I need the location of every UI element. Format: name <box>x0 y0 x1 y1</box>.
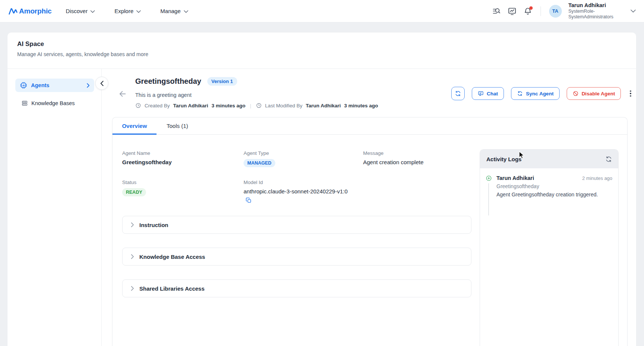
more-options-kebab-icon[interactable] <box>628 89 633 98</box>
avatar[interactable]: TA <box>549 5 562 18</box>
chevron-right-icon <box>87 83 90 88</box>
ai-space-card: AI Space Manage AI services, agents, kno… <box>7 33 636 346</box>
page-header: AI Space Manage AI services, agents, kno… <box>7 33 636 69</box>
user-role-line2: SystemAdministrators <box>569 14 614 20</box>
chat-icon <box>478 91 484 97</box>
field-message: Message Agent creation complete <box>363 150 473 167</box>
field-label: Agent Name <box>122 150 244 156</box>
agent-title: Greetingsoftheday <box>135 77 201 86</box>
accordion-knowledge-base-access[interactable]: Knowledge Base Access <box>122 248 471 266</box>
agent-meta: Created By Tarun Adhikari 3 minutes ago … <box>135 102 378 108</box>
chat-button[interactable]: Chat <box>472 87 504 100</box>
modified-by-label: Last Modified By <box>265 103 303 108</box>
nav-label: Explore <box>114 8 133 14</box>
disable-agent-button-label: Disable Agent <box>582 91 615 97</box>
created-by-label: Created By <box>145 103 170 108</box>
clock-icon <box>135 102 141 108</box>
activity-logs-header: Activity Logs <box>480 150 618 168</box>
timeline-line <box>488 183 489 215</box>
accordion-label: Instruction <box>139 222 168 228</box>
nav-item-explore[interactable]: Explore <box>114 8 141 14</box>
nav-item-discover[interactable]: Discover <box>66 8 95 14</box>
ai-chip-icon: AI <box>20 82 27 89</box>
field-model-id: Model Id anthropic.claude-3-sonnet-20240… <box>244 180 363 203</box>
accordion-shared-libraries-access[interactable]: Shared Libraries Access <box>122 279 471 297</box>
amorphic-logo-icon <box>8 6 18 16</box>
agent-detail-section: Greetingsoftheday Version 1 This is a gr… <box>102 69 636 346</box>
activity-log-entry: Tarun Adhikari 2 minutes ago Greetingsof… <box>485 175 612 215</box>
agent-actions: Chat Sync Agent <box>451 87 633 100</box>
sidebar: AI Agents Knowle <box>7 69 102 346</box>
notification-dot <box>529 6 533 10</box>
plus-circle-icon <box>486 175 492 181</box>
back-arrow-icon[interactable] <box>118 89 127 98</box>
modified-by-name: Tarun Adhikari <box>306 103 341 108</box>
chat-button-label: Chat <box>487 91 498 97</box>
page-title: AI Space <box>17 40 626 48</box>
user-menu[interactable]: Tarun Adhikari SystemRole- SystemAdminis… <box>569 2 614 20</box>
page-subtitle: Manage AI services, agents, knowledge ba… <box>17 51 626 57</box>
field-label: Model Id <box>244 180 363 185</box>
meta-separator: | <box>249 103 253 108</box>
field-value: anthropic.claude-3-sonnet-20240229-v1:0 <box>244 188 363 195</box>
timeline-rail <box>485 175 492 215</box>
field-label: Message <box>363 150 473 156</box>
tab-overview[interactable]: Overview <box>112 117 157 134</box>
accordion-label: Shared Libraries Access <box>139 285 205 292</box>
topbar-divider <box>541 6 541 16</box>
field-value: Agent creation complete <box>363 159 473 165</box>
history-clock-icon <box>256 102 262 108</box>
notifications-bell-icon[interactable] <box>523 7 532 16</box>
accordion-list: Instruction Knowledge Base Access <box>122 216 471 311</box>
tab-tools[interactable]: Tools (1) <box>157 117 198 134</box>
user-name: Tarun Adhikari <box>569 2 614 9</box>
sync-agent-button[interactable]: Sync Agent <box>511 87 560 100</box>
field-agent-name: Agent Name Greetingsoftheday <box>122 150 244 167</box>
sidebar-item-knowledge-bases[interactable]: Knowledge Bases <box>7 97 101 109</box>
chevron-down-icon <box>184 10 188 13</box>
sidebar-item-agents[interactable]: AI Agents <box>15 79 94 92</box>
refresh-agent-button[interactable] <box>451 87 465 100</box>
main-menu: Discover Explore Manage <box>66 8 188 14</box>
chevron-down-icon <box>90 10 95 13</box>
sidebar-collapse-button[interactable] <box>95 77 108 90</box>
activity-logs-body: Tarun Adhikari 2 minutes ago Greetingsof… <box>480 168 618 215</box>
log-time: 2 minutes ago <box>582 175 612 181</box>
topbar-right: TA Tarun Adhikari SystemRole- SystemAdmi… <box>492 2 636 20</box>
chevron-right-icon <box>131 286 134 291</box>
search-icon[interactable] <box>492 7 501 16</box>
user-role-line1: SystemRole- <box>569 9 614 14</box>
activity-refresh-icon[interactable] <box>605 156 612 163</box>
field-label: Agent Type <box>244 150 363 156</box>
chevron-right-icon <box>131 222 134 227</box>
tab-bar: Overview Tools (1) <box>112 117 627 135</box>
log-target: Greetingsoftheday <box>496 183 612 189</box>
nav-item-manage[interactable]: Manage <box>160 8 188 14</box>
created-by-name: Tarun Adhikari <box>173 103 208 108</box>
nav-label: Manage <box>160 8 180 14</box>
accordion-instruction[interactable]: Instruction <box>122 216 471 234</box>
sidebar-item-label: Agents <box>31 82 49 88</box>
sidebar-item-label: Knowledge Bases <box>31 100 75 106</box>
disable-agent-button[interactable]: Disable Agent <box>567 87 621 100</box>
field-empty <box>363 180 473 203</box>
chevron-right-icon <box>131 254 134 259</box>
field-label: Status <box>122 180 244 185</box>
metrics-monitor-icon[interactable] <box>508 7 517 16</box>
field-value: Greetingsoftheday <box>122 159 244 165</box>
brand-logo[interactable]: Amorphic <box>8 6 52 16</box>
user-menu-chevron-down-icon[interactable] <box>631 9 636 13</box>
svg-text:AI: AI <box>22 84 25 87</box>
field-agent-type: Agent Type MANAGED <box>244 150 363 167</box>
accordion-label: Knowledge Base Access <box>139 254 205 260</box>
activity-logs-title: Activity Logs <box>486 156 521 162</box>
agent-details: Agent Name Greetingsoftheday Agent Type … <box>122 150 473 216</box>
copy-icon[interactable] <box>245 197 252 203</box>
ban-icon <box>573 91 579 97</box>
sync-agent-button-label: Sync Agent <box>526 91 554 97</box>
nav-label: Discover <box>66 8 87 14</box>
brand-name: Amorphic <box>19 7 52 15</box>
version-badge: Version 1 <box>207 77 237 86</box>
knowledge-bases-icon <box>21 100 28 107</box>
chevron-down-icon <box>136 10 141 13</box>
